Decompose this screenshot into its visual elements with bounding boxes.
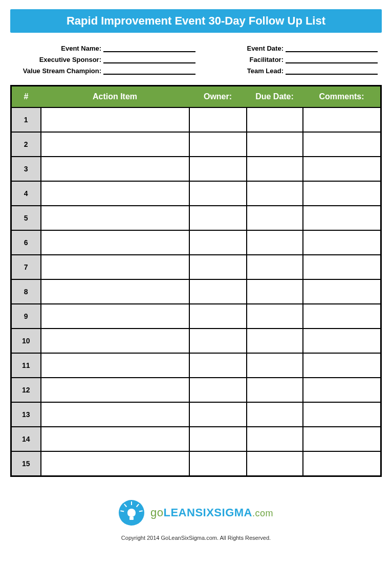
cell-comments[interactable]: [303, 255, 381, 279]
cell-owner[interactable]: [189, 255, 247, 279]
table-row: 12: [11, 378, 381, 402]
meta-field-team-lead: Team Lead:: [232, 67, 378, 75]
meta-input-line[interactable]: [286, 44, 378, 52]
cell-action[interactable]: [41, 402, 189, 427]
cell-comments[interactable]: [303, 378, 381, 402]
cell-action[interactable]: [41, 230, 189, 255]
cell-due[interactable]: [247, 451, 303, 476]
cell-owner[interactable]: [189, 181, 247, 206]
cell-action[interactable]: [41, 378, 189, 402]
cell-comments[interactable]: [303, 157, 381, 181]
meta-input-line[interactable]: [286, 67, 378, 75]
cell-owner[interactable]: [189, 378, 247, 402]
copyright-text: Copyright 2014 GoLeanSixSigma.com. All R…: [10, 535, 382, 541]
cell-action[interactable]: [41, 181, 189, 206]
cell-num: 2: [11, 132, 41, 157]
cell-due[interactable]: [247, 378, 303, 402]
cell-due[interactable]: [247, 206, 303, 230]
cell-num: 14: [11, 427, 41, 451]
cell-owner[interactable]: [189, 132, 247, 157]
meta-field-vsc: Value Stream Champion:: [14, 67, 195, 75]
cell-comments[interactable]: [303, 132, 381, 157]
cell-due[interactable]: [247, 427, 303, 451]
logo: goLEANSIXSIGMA.com: [119, 500, 273, 526]
table-row: 4: [11, 181, 381, 206]
cell-action[interactable]: [41, 427, 189, 451]
cell-action[interactable]: [41, 255, 189, 279]
meta-input-line[interactable]: [103, 44, 195, 52]
table-row: 15: [11, 451, 381, 476]
cell-owner[interactable]: [189, 279, 247, 304]
cell-owner[interactable]: [189, 230, 247, 255]
cell-comments[interactable]: [303, 107, 381, 132]
cell-comments[interactable]: [303, 402, 381, 427]
cell-num: 3: [11, 157, 41, 181]
table-row: 3: [11, 157, 381, 181]
meta-input-line[interactable]: [103, 67, 195, 75]
meta-input-line[interactable]: [103, 55, 195, 63]
meta-left-col: Event Name: Executive Sponsor: Value Str…: [14, 44, 195, 75]
cell-action[interactable]: [41, 107, 189, 132]
cell-due[interactable]: [247, 157, 303, 181]
cell-owner[interactable]: [189, 304, 247, 329]
cell-action[interactable]: [41, 353, 189, 378]
logo-go: go: [150, 506, 163, 519]
cell-owner[interactable]: [189, 329, 247, 353]
cell-num: 15: [11, 451, 41, 476]
cell-comments[interactable]: [303, 230, 381, 255]
cell-due[interactable]: [247, 230, 303, 255]
cell-action[interactable]: [41, 451, 189, 476]
cell-comments[interactable]: [303, 304, 381, 329]
cell-owner[interactable]: [189, 427, 247, 451]
cell-num: 7: [11, 255, 41, 279]
cell-action[interactable]: [41, 329, 189, 353]
cell-num: 9: [11, 304, 41, 329]
cell-comments[interactable]: [303, 451, 381, 476]
cell-owner[interactable]: [189, 107, 247, 132]
table-row: 8: [11, 279, 381, 304]
table-row: 2: [11, 132, 381, 157]
cell-due[interactable]: [247, 329, 303, 353]
cell-owner[interactable]: [189, 451, 247, 476]
cell-due[interactable]: [247, 353, 303, 378]
cell-comments[interactable]: [303, 206, 381, 230]
table-header-row: # Action Item Owner: Due Date: Comments:: [11, 86, 381, 108]
meta-label: Event Name:: [14, 45, 101, 52]
cell-action[interactable]: [41, 157, 189, 181]
table-row: 14: [11, 427, 381, 451]
cell-num: 11: [11, 353, 41, 378]
logo-dotcom: .com: [252, 508, 273, 518]
cell-due[interactable]: [247, 402, 303, 427]
cell-due[interactable]: [247, 279, 303, 304]
cell-due[interactable]: [247, 107, 303, 132]
cell-owner[interactable]: [189, 157, 247, 181]
logo-lean: LEANSIXSIGMA: [164, 506, 252, 519]
cell-due[interactable]: [247, 255, 303, 279]
cell-owner[interactable]: [189, 402, 247, 427]
cell-action[interactable]: [41, 279, 189, 304]
cell-num: 12: [11, 378, 41, 402]
cell-action[interactable]: [41, 304, 189, 329]
page-title: Rapid Improvement Event 30-Day Follow Up…: [10, 9, 382, 33]
meta-section: Event Name: Executive Sponsor: Value Str…: [14, 44, 378, 75]
followup-table: # Action Item Owner: Due Date: Comments:…: [10, 85, 382, 477]
meta-label: Executive Sponsor:: [14, 56, 101, 63]
meta-input-line[interactable]: [286, 55, 378, 63]
cell-owner[interactable]: [189, 353, 247, 378]
meta-right-col: Event Date: Facilitator: Team Lead:: [232, 44, 378, 75]
table-row: 10: [11, 329, 381, 353]
cell-action[interactable]: [41, 206, 189, 230]
cell-owner[interactable]: [189, 206, 247, 230]
table-row: 11: [11, 353, 381, 378]
cell-comments[interactable]: [303, 427, 381, 451]
table-row: 9: [11, 304, 381, 329]
cell-comments[interactable]: [303, 279, 381, 304]
cell-comments[interactable]: [303, 329, 381, 353]
cell-action[interactable]: [41, 132, 189, 157]
cell-due[interactable]: [247, 181, 303, 206]
cell-due[interactable]: [247, 304, 303, 329]
cell-comments[interactable]: [303, 181, 381, 206]
cell-due[interactable]: [247, 132, 303, 157]
cell-comments[interactable]: [303, 353, 381, 378]
logo-text: goLEANSIXSIGMA.com: [150, 506, 273, 519]
